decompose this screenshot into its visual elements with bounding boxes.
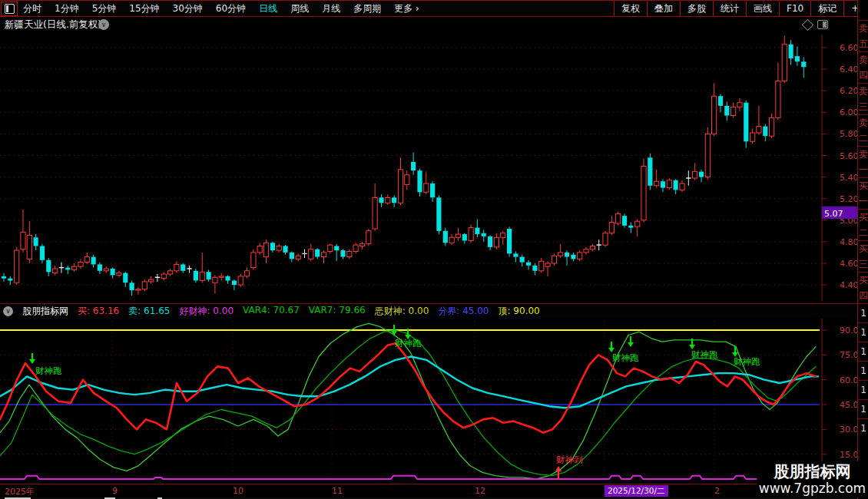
run-signal-label: 财神跑 (691, 349, 718, 360)
sidebar-tab[interactable]: 二 (858, 131, 868, 146)
candle (705, 127, 710, 179)
candle (795, 47, 800, 66)
candle (386, 194, 390, 205)
indicator-name[interactable]: 股朋指标网 (22, 305, 68, 318)
candle (136, 287, 141, 295)
sidebar-tab[interactable]: 卖 (858, 20, 868, 36)
candle (27, 221, 31, 263)
candle (225, 276, 230, 284)
candle (244, 268, 249, 279)
diamond-icon[interactable] (802, 19, 814, 31)
menu-item-月线[interactable]: 月线 (322, 1, 340, 16)
sidebar-tab[interactable]: 卖 (858, 51, 868, 68)
menu-item-更多 ›[interactable]: 更多 › (394, 1, 419, 16)
candle (65, 266, 70, 274)
split-panel-icon[interactable] (817, 20, 828, 29)
sidebar-tab[interactable]: 二 (858, 225, 868, 240)
candle (539, 258, 544, 273)
candle (545, 261, 550, 276)
sidebar-tab[interactable]: 四 (858, 288, 868, 303)
indicator-field-买: 买: 63.16 (78, 305, 119, 318)
candle (513, 252, 518, 263)
candle (270, 242, 275, 253)
chevron-down-icon[interactable]: ∨ (98, 19, 109, 30)
sidebar-tab[interactable]: 一 (858, 193, 868, 209)
candle (590, 244, 595, 252)
candle (641, 159, 646, 223)
price-tick-label: 4.40 (840, 280, 859, 290)
sidebar-tab[interactable]: 四 (858, 68, 868, 83)
menu-item-分时[interactable]: 分时 (23, 1, 41, 16)
candle (488, 236, 492, 251)
candle (104, 266, 108, 273)
run-signal-label: 财神跑 (612, 352, 639, 363)
price-tick-label: 6.00 (840, 107, 859, 117)
sidebar-tab[interactable]: 卖 (858, 83, 868, 99)
sidebar-tab[interactable]: 卖 (858, 114, 868, 131)
candle (430, 181, 435, 202)
indicator-field-恶财神: 恶财神: 0.00 (375, 305, 429, 318)
menu-item-60分钟[interactable]: 60分钟 (216, 1, 246, 16)
candle (635, 219, 640, 236)
tool-item-多股[interactable]: 多股 (680, 1, 713, 16)
menu-item-5分钟[interactable]: 5分钟 (92, 1, 117, 16)
candle (251, 250, 256, 270)
candle (603, 231, 608, 247)
watermark: 股朋指标网 www.7gpzb.com (757, 461, 868, 497)
candle (296, 253, 300, 261)
chevron-down-icon[interactable]: ∨ (3, 306, 13, 316)
menu-item-日线[interactable]: 日线 (259, 1, 277, 16)
tool-item-复权[interactable]: 复权 (614, 1, 647, 16)
candle (731, 103, 736, 118)
candle (699, 170, 704, 183)
candle (213, 276, 217, 294)
candle (616, 212, 621, 226)
sidebar-tab[interactable]: 买 (858, 272, 868, 288)
menu-item-1分钟[interactable]: 1分钟 (55, 1, 79, 16)
candle (53, 266, 58, 276)
indicator-field-好财神: 好财神: 0.00 (179, 305, 234, 318)
tool-item-标记[interactable]: 标记 (810, 1, 843, 16)
layout-toggle-button[interactable] (1, 2, 18, 16)
candle (443, 228, 448, 246)
menu-item-周线[interactable]: 周线 (290, 1, 309, 16)
sidebar-tab[interactable]: 卖 (858, 146, 868, 162)
run-signal-label: 财神跑 (35, 365, 62, 376)
stock-title: 新疆天业(日线.前复权) (5, 18, 101, 31)
sidebar-tab[interactable]: 买 (858, 240, 868, 256)
candle (526, 260, 531, 270)
sidebar-tab[interactable]: 买 (858, 177, 868, 193)
candle (596, 240, 601, 250)
price-tick-label: 6.20 (840, 86, 859, 96)
menu-item-多周期[interactable]: 多周期 (353, 1, 381, 16)
sidebar-tab[interactable]: 三 (858, 256, 868, 272)
sidebar-tab[interactable]: 三 (858, 99, 868, 114)
menu-item-30分钟[interactable]: 30分钟 (173, 1, 203, 16)
tool-item-叠加[interactable]: 叠加 (647, 1, 680, 16)
tool-item-统计[interactable]: 统计 (713, 1, 746, 16)
candle (59, 263, 64, 273)
time-axis: 2025/12/30/二 2025年91011122 (0, 484, 857, 498)
sidebar-value: 1 (858, 361, 868, 380)
candle (436, 196, 441, 235)
menu-item-15分钟[interactable]: 15分钟 (129, 1, 159, 16)
tool-item-F10[interactable]: F10 (779, 1, 810, 16)
chart-canvas[interactable]: 6.606.406.206.005.805.605.405.205.004.80… (0, 0, 868, 499)
price-tick-label: 4.60 (840, 259, 859, 269)
candle (353, 243, 358, 253)
candle (552, 253, 556, 265)
candle (628, 223, 633, 233)
candle (532, 263, 537, 276)
candle (21, 210, 25, 253)
candle (263, 240, 268, 263)
sidebar-tab[interactable]: 一 (858, 162, 868, 177)
sidebar-tab[interactable]: 买 (858, 209, 868, 225)
candle (359, 242, 364, 250)
sidebar-tab[interactable]: 五 (858, 36, 868, 51)
tool-item-画线[interactable]: 画线 (746, 1, 779, 16)
candle (469, 224, 473, 243)
candle (78, 259, 83, 269)
candle (417, 168, 422, 197)
candle (456, 228, 460, 241)
candle (680, 180, 684, 193)
